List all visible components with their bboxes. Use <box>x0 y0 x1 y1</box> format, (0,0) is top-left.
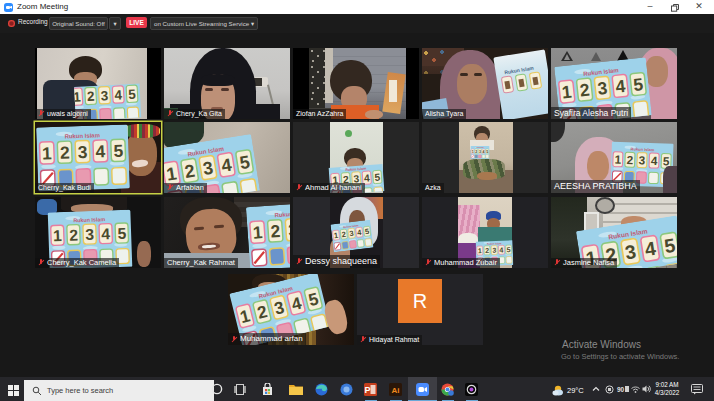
svg-text:Ai: Ai <box>392 386 400 395</box>
svg-text:P: P <box>364 385 370 395</box>
